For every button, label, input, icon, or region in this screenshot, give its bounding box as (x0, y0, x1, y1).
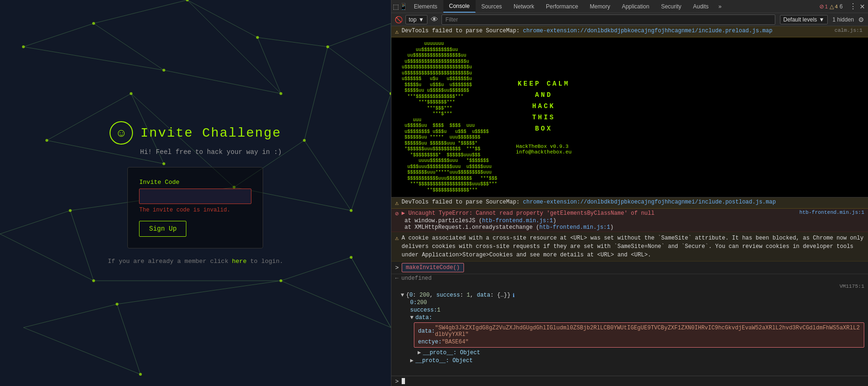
proto1-row: ▶ __proto__: Object (401, 349, 864, 357)
svg-line-24 (94, 0, 187, 23)
svg-point-53 (139, 373, 142, 376)
tab-network[interactable]: Network (508, 0, 540, 13)
cookie-warning-icon: ⚠ (395, 234, 399, 242)
htb-left-panel: ☺ Invite Challenge Hi! Feel free to hack… (0, 0, 391, 386)
devtools-icons: ⬚ 📱 (392, 3, 406, 10)
login-link[interactable]: here (232, 258, 247, 265)
svg-point-36 (162, 69, 165, 72)
ellipsis-button[interactable]: ⋮ (849, 2, 857, 11)
proto2-expand-icon[interactable]: ▶ (410, 357, 413, 364)
this-text: THIS (532, 114, 556, 121)
svg-point-51 (326, 45, 329, 48)
inspect-icon[interactable]: ⬚ (392, 3, 399, 10)
svg-point-47 (303, 139, 306, 142)
context-selector[interactable]: top ▼ (405, 15, 427, 24)
console-output[interactable]: ⚠ DevTools failed to parse SourceMap: ch… (391, 26, 868, 376)
warning-icon: △ (830, 3, 834, 10)
error-main-row: ⊘ ▶ Uncaught TypeError: Cannot read prop… (395, 210, 864, 218)
warning-text-1: DevTools failed to parse SourceMap: chro… (402, 28, 832, 34)
sourcemap-link-2[interactable]: chrome-extension://donlbdkbdjpbkoecajngf… (523, 199, 776, 205)
result-value: undefined (401, 275, 432, 282)
svg-line-19 (351, 257, 391, 328)
svg-line-30 (257, 37, 328, 47)
console-object-result: ▼ {0: 200, success: 1, data: {…}} ℹ 0: 2… (391, 290, 868, 366)
console-warning-1: ⚠ DevTools failed to parse SourceMap: ch… (391, 26, 868, 37)
tab-security[interactable]: Security (655, 0, 687, 13)
devtools-toolbar: ⬚ 📱 Elements Console Sources Network Per… (391, 0, 868, 13)
hack-text: HACK (532, 102, 556, 110)
svg-point-40 (69, 209, 72, 212)
svg-line-33 (351, 257, 391, 328)
data-expand-icon[interactable]: ▼ (410, 314, 413, 321)
particles-link[interactable]: htb-frontend.min.js:1 (482, 218, 553, 224)
box-text: BOX (535, 125, 552, 132)
log-levels-selector[interactable]: Default levels ▼ (780, 15, 828, 24)
tab-elements[interactable]: Elements (408, 0, 443, 13)
object-summary-text: {0: 200, success: 1, data: {…}} (406, 292, 510, 299)
error-sub-1: at window.particlesJS (htb-frontend.min.… (395, 218, 864, 224)
devtools-error-counts: ⊘ 1 △ 4 6 (816, 3, 846, 10)
data-highlighted-content: data: "SW4gb3JkZXIgdG8gZ2VuZXJhdGUgdGhlI… (414, 322, 864, 348)
proto1-text: __proto__: Object (423, 350, 480, 356)
log-levels-chevron-icon: ▼ (819, 16, 824, 23)
data-enctype-value: "BASE64" (441, 339, 469, 345)
invite-code-input[interactable] (139, 189, 251, 204)
zero-key: 0: (410, 299, 417, 306)
svg-line-12 (187, 0, 257, 37)
warning-triangle-icon-2: ⚠ (395, 199, 399, 207)
tab-console[interactable]: Console (443, 0, 476, 13)
proto1-expand-icon[interactable]: ▶ (418, 349, 421, 356)
ascii-art-text: uuuuuuu uu$$$$$$$$$$$uu uu$$$$$$$$$$$$$$… (395, 39, 497, 195)
more-tabs-button[interactable]: » (715, 3, 726, 10)
smiley-icon: ☺ (110, 121, 133, 145)
close-button[interactable]: ✕ (860, 3, 865, 10)
svg-point-41 (92, 279, 95, 282)
sourcemap-link-1[interactable]: chrome-extension://donlbdkbdjpbkoecajngf… (523, 28, 772, 34)
result-arrow: ← (395, 275, 398, 282)
error-file-ref-1[interactable]: htb-frontend.min.js:1 (799, 210, 864, 215)
svg-line-29 (117, 281, 281, 304)
object-info-icon: ℹ (513, 292, 515, 299)
tab-audits[interactable]: Audits (687, 0, 714, 13)
input-cursor (402, 378, 405, 384)
svg-line-11 (23, 328, 140, 374)
svg-point-52 (390, 92, 391, 95)
error-sub-2: at XMLHttpRequest.i.onreadystatechange (… (395, 224, 864, 231)
devtools-corner-icons: ⋮ ✕ (846, 2, 868, 11)
device-icon[interactable]: 📱 (400, 3, 406, 10)
context-label: top (409, 16, 417, 23)
proto2-text: __proto__: Object (415, 357, 472, 364)
warning-triangle-icon-1: ⚠ (395, 28, 399, 36)
devtools-panel: ⬚ 📱 Elements Console Sources Network Per… (391, 0, 868, 386)
devtools-tabs: Elements Console Sources Network Perform… (408, 0, 725, 13)
svg-line-0 (23, 23, 94, 47)
error-number: 1 (825, 4, 828, 9)
svg-line-18 (281, 257, 351, 281)
svg-point-34 (22, 45, 25, 48)
console-warning-2: ⚠ DevTools failed to parse SourceMap: ch… (391, 197, 868, 209)
xmlhttp-link[interactable]: htb-frontend.min.js:1 (539, 224, 610, 231)
clear-console-button[interactable]: 🚫 (394, 15, 403, 24)
settings-button[interactable]: ⚙ (857, 15, 865, 24)
error-main-text: ▶ Uncaught TypeError: Cannot read proper… (402, 210, 797, 217)
context-chevron-icon: ▼ (419, 16, 424, 23)
svg-line-20 (281, 281, 391, 328)
invite-footer-pre: If you are already a member click (108, 258, 232, 265)
data-enctype-row: enctye: "BASE64" (418, 338, 860, 346)
data-label: data: (415, 314, 432, 321)
object-data-header-row: ▼ data: (401, 314, 864, 321)
svg-line-25 (164, 70, 281, 94)
sign-up-button[interactable]: Sign Up (139, 221, 186, 237)
tab-performance[interactable]: Performance (540, 0, 584, 13)
info-count: 6 (839, 3, 843, 10)
tab-memory[interactable]: Memory (584, 0, 616, 13)
vm-reference: VM1175:1 (391, 283, 868, 290)
console-filter-input[interactable] (441, 15, 775, 25)
console-input-area[interactable]: > (391, 376, 868, 386)
tab-application[interactable]: Application (616, 0, 655, 13)
svg-line-13 (257, 37, 281, 94)
object-expand-icon[interactable]: ▼ (401, 292, 404, 299)
tab-sources[interactable]: Sources (476, 0, 508, 13)
eye-button[interactable]: 👁 (430, 15, 439, 24)
svg-line-1 (94, 23, 164, 70)
